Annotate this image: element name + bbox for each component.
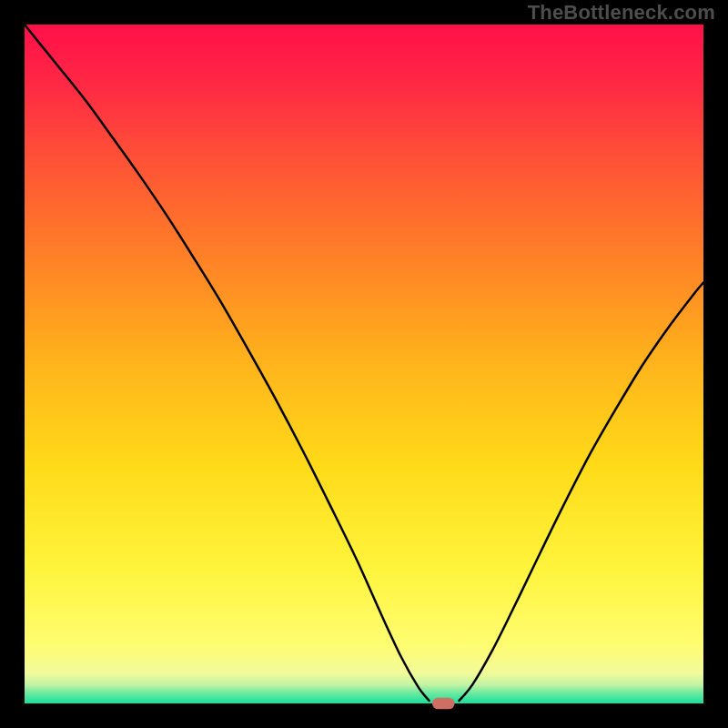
plot-background bbox=[25, 25, 703, 703]
optimal-point-marker bbox=[432, 698, 455, 710]
bottleneck-curve-chart bbox=[0, 0, 728, 728]
watermark-text: TheBottleneck.com bbox=[528, 1, 715, 25]
chart-container: TheBottleneck.com bbox=[0, 0, 728, 728]
